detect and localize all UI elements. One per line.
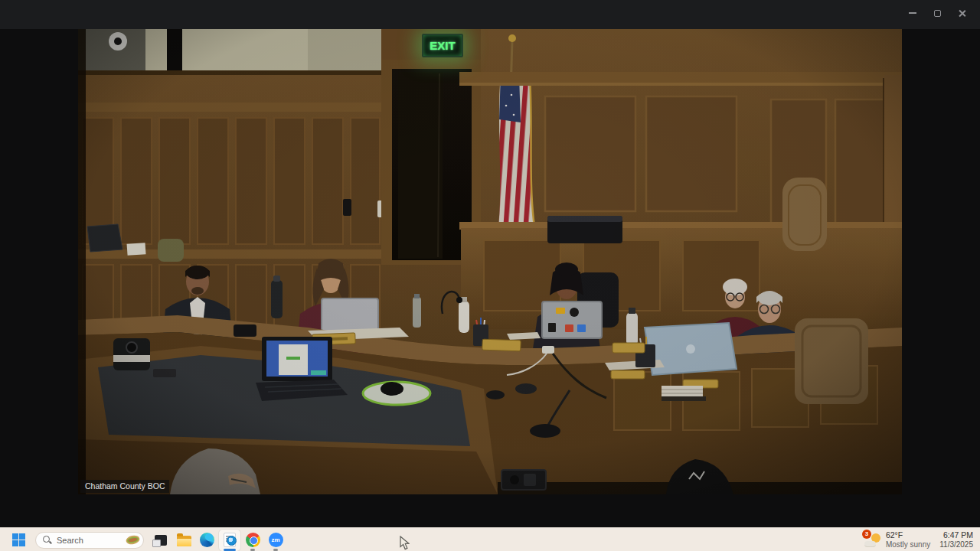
system-tray: 3 62°F Mostly sunny 6:47 PM 11/3/2025: [864, 528, 973, 551]
taskbar-left: zm: [8, 528, 286, 551]
window-titlebar: [0, 0, 980, 29]
windows-logo-icon: [12, 533, 25, 546]
video-caption: Chatham County BOC: [80, 480, 169, 493]
maximize-button[interactable]: [926, 3, 948, 23]
document-viewer-button[interactable]: [219, 530, 240, 551]
desktop-screen: EXIT Chatham County BOC: [0, 0, 980, 551]
search-box[interactable]: [35, 532, 144, 549]
taskbar-apps: zm: [150, 530, 286, 551]
search-icon: [43, 536, 52, 545]
exit-sign: EXIT: [422, 34, 463, 57]
minimize-button[interactable]: [902, 3, 923, 23]
file-explorer-button[interactable]: [173, 530, 194, 551]
chrome-button[interactable]: [242, 530, 263, 551]
weather-temperature: 62°F: [886, 530, 930, 540]
file-explorer-icon: [177, 536, 191, 546]
notification-badge: 3: [862, 530, 871, 539]
start-button[interactable]: [8, 530, 29, 551]
edge-icon: [200, 533, 214, 547]
task-view-button[interactable]: [150, 530, 172, 551]
taskbar: zm 3 62°F Mostly sunny 6:47 PM 11/3/2025: [0, 527, 980, 551]
search-input[interactable]: [57, 536, 116, 545]
clock-time: 6:47 PM: [939, 530, 973, 540]
minimize-icon: [909, 12, 916, 14]
running-indicator: [273, 549, 278, 551]
zoom-button[interactable]: zm: [265, 530, 286, 551]
edge-button[interactable]: [196, 530, 217, 551]
courtroom-scene: [78, 29, 902, 494]
maximize-icon: [934, 10, 941, 17]
weather-icon: 3: [864, 533, 881, 548]
weather-widget[interactable]: 3 62°F Mostly sunny: [864, 530, 930, 549]
active-app-indicator: [224, 549, 236, 551]
chrome-icon: [246, 533, 260, 547]
bing-daily-image-icon: [126, 534, 140, 546]
document-viewer-icon: [224, 533, 236, 547]
clock-date: 11/3/2025: [939, 540, 973, 549]
close-icon: [958, 9, 966, 18]
clock-widget[interactable]: 6:47 PM 11/3/2025: [939, 530, 973, 549]
window-controls: [902, 3, 972, 23]
meeting-video-feed[interactable]: EXIT Chatham County BOC: [78, 29, 902, 494]
weather-condition: Mostly sunny: [886, 540, 930, 549]
zoom-icon: zm: [269, 533, 283, 547]
task-view-icon: [155, 535, 167, 546]
running-indicator: [250, 549, 255, 551]
close-button[interactable]: [951, 3, 972, 23]
